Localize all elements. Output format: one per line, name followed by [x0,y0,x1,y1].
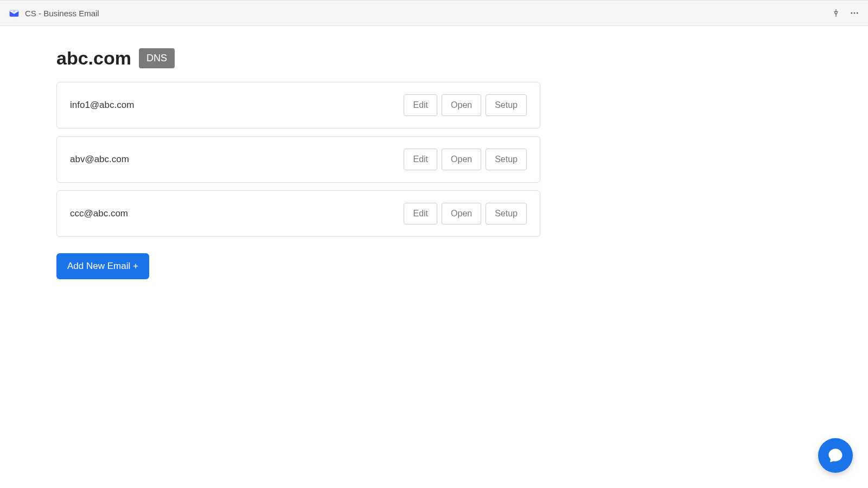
setup-button[interactable]: Setup [486,94,527,116]
add-new-email-button[interactable]: Add New Email + [56,253,149,279]
email-address: abv@abc.com [70,154,129,165]
top-bar-right [831,8,859,18]
card-actions: Edit Open Setup [404,203,527,224]
domain-heading: abc.com DNS [56,48,540,69]
top-bar-left: CS - Business Email [9,8,99,18]
edit-button[interactable]: Edit [404,203,437,224]
svg-point-3 [857,12,858,14]
edit-button[interactable]: Edit [404,94,437,116]
dns-badge[interactable]: DNS [139,48,175,68]
open-button[interactable]: Open [442,94,481,116]
card-actions: Edit Open Setup [404,94,527,116]
email-card: info1@abc.com Edit Open Setup [56,82,540,129]
main-content: abc.com DNS info1@abc.com Edit Open Setu… [0,26,597,301]
email-card: ccc@abc.com Edit Open Setup [56,190,540,237]
mail-icon [9,8,20,18]
open-button[interactable]: Open [442,203,481,224]
edit-button[interactable]: Edit [404,149,437,170]
open-button[interactable]: Open [442,149,481,170]
domain-title: abc.com [56,48,131,69]
app-title: CS - Business Email [25,9,99,18]
email-address: ccc@abc.com [70,208,128,219]
more-icon[interactable] [850,8,859,18]
svg-point-2 [854,12,856,14]
setup-button[interactable]: Setup [486,149,527,170]
svg-point-0 [13,10,16,12]
email-card: abv@abc.com Edit Open Setup [56,136,540,183]
setup-button[interactable]: Setup [486,203,527,224]
top-bar: CS - Business Email [0,0,868,26]
card-actions: Edit Open Setup [404,149,527,170]
svg-point-1 [851,12,852,14]
email-address: info1@abc.com [70,100,134,111]
pin-icon[interactable] [831,8,841,18]
